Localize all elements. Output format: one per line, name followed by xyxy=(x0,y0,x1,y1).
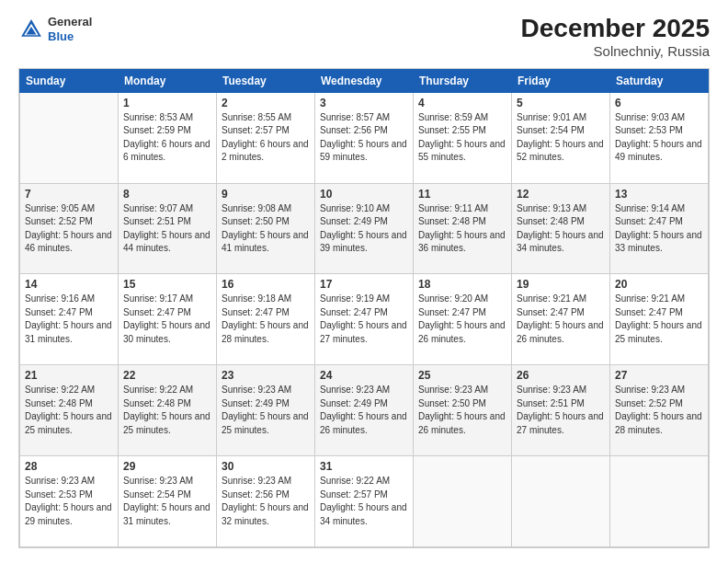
sunrise: Sunrise: 9:22 AM xyxy=(123,384,211,397)
calendar-cell: 20 Sunrise: 9:21 AM Sunset: 2:47 PM Dayl… xyxy=(610,274,709,365)
calendar-cell: 6 Sunrise: 9:03 AM Sunset: 2:53 PM Dayli… xyxy=(610,92,709,183)
calendar-cell: 19 Sunrise: 9:21 AM Sunset: 2:47 PM Dayl… xyxy=(512,274,610,365)
sunrise: Sunrise: 9:01 AM xyxy=(517,111,605,125)
daylight: Daylight: 5 hours and 34 minutes. xyxy=(517,229,605,256)
daylight: Daylight: 5 hours and 28 minutes. xyxy=(222,319,310,346)
sunrise: Sunrise: 9:23 AM xyxy=(517,384,605,397)
calendar-cell: 28 Sunrise: 9:23 AM Sunset: 2:53 PM Dayl… xyxy=(20,456,119,547)
sunset: Sunset: 2:53 PM xyxy=(615,124,703,138)
day-number: 28 xyxy=(25,460,113,473)
calendar-cell: 31 Sunrise: 9:22 AM Sunset: 2:57 PM Dayl… xyxy=(315,456,414,547)
sunset: Sunset: 2:49 PM xyxy=(222,397,310,411)
day-number: 22 xyxy=(123,369,211,382)
day-info: Sunrise: 9:23 AM Sunset: 2:50 PM Dayligh… xyxy=(418,384,506,437)
daylight: Daylight: 5 hours and 27 minutes. xyxy=(320,319,408,346)
sunrise: Sunrise: 9:07 AM xyxy=(123,202,211,216)
sunrise: Sunrise: 9:05 AM xyxy=(25,202,113,216)
sunrise: Sunrise: 9:18 AM xyxy=(222,293,310,306)
day-number: 1 xyxy=(123,97,211,109)
day-info: Sunrise: 9:23 AM Sunset: 2:56 PM Dayligh… xyxy=(222,475,310,528)
weekday-row: Sunday Monday Tuesday Wednesday Thursday… xyxy=(20,69,709,92)
sunset: Sunset: 2:47 PM xyxy=(517,306,605,320)
sunrise: Sunrise: 9:03 AM xyxy=(615,111,703,125)
daylight: Daylight: 5 hours and 26 minutes. xyxy=(418,319,506,346)
day-number: 8 xyxy=(123,188,211,201)
sunrise: Sunrise: 9:23 AM xyxy=(123,475,211,488)
sunrise: Sunrise: 9:10 AM xyxy=(320,202,408,216)
calendar-cell xyxy=(20,92,119,183)
calendar-cell: 8 Sunrise: 9:07 AM Sunset: 2:51 PM Dayli… xyxy=(119,183,217,274)
calendar-cell: 12 Sunrise: 9:13 AM Sunset: 2:48 PM Dayl… xyxy=(512,183,610,274)
day-info: Sunrise: 8:55 AM Sunset: 2:57 PM Dayligh… xyxy=(222,111,310,165)
day-info: Sunrise: 9:23 AM Sunset: 2:49 PM Dayligh… xyxy=(320,384,408,437)
sunrise: Sunrise: 9:21 AM xyxy=(517,293,605,306)
calendar-cell: 11 Sunrise: 9:11 AM Sunset: 2:48 PM Dayl… xyxy=(414,183,512,274)
daylight: Daylight: 5 hours and 31 minutes. xyxy=(25,319,113,346)
day-number: 21 xyxy=(25,369,113,382)
daylight: Daylight: 5 hours and 41 minutes. xyxy=(222,229,310,256)
daylight: Daylight: 5 hours and 25 minutes. xyxy=(25,410,113,437)
calendar-title: December 2025 xyxy=(521,15,710,43)
header-wednesday: Wednesday xyxy=(315,69,414,92)
day-info: Sunrise: 9:22 AM Sunset: 2:48 PM Dayligh… xyxy=(25,384,113,437)
day-info: Sunrise: 9:05 AM Sunset: 2:52 PM Dayligh… xyxy=(25,202,113,256)
sunset: Sunset: 2:47 PM xyxy=(615,306,703,320)
calendar-cell: 27 Sunrise: 9:23 AM Sunset: 2:52 PM Dayl… xyxy=(610,365,709,456)
sunset: Sunset: 2:55 PM xyxy=(418,124,506,138)
sunrise: Sunrise: 9:20 AM xyxy=(418,293,506,306)
day-info: Sunrise: 9:03 AM Sunset: 2:53 PM Dayligh… xyxy=(615,111,703,165)
sunset: Sunset: 2:54 PM xyxy=(517,124,605,138)
sunrise: Sunrise: 9:21 AM xyxy=(615,293,703,306)
title-block: December 2025 Solnechniy, Russia xyxy=(521,15,710,59)
calendar-cell: 4 Sunrise: 8:59 AM Sunset: 2:55 PM Dayli… xyxy=(414,92,512,183)
sunset: Sunset: 2:50 PM xyxy=(222,215,310,229)
sunrise: Sunrise: 8:55 AM xyxy=(222,111,310,125)
day-number: 12 xyxy=(517,188,605,201)
sunrise: Sunrise: 8:57 AM xyxy=(320,111,408,125)
sunset: Sunset: 2:49 PM xyxy=(320,397,408,411)
daylight: Daylight: 5 hours and 36 minutes. xyxy=(418,229,506,256)
day-number: 17 xyxy=(320,278,408,291)
calendar-cell: 18 Sunrise: 9:20 AM Sunset: 2:47 PM Dayl… xyxy=(414,274,512,365)
day-number: 23 xyxy=(222,369,310,382)
daylight: Daylight: 5 hours and 59 minutes. xyxy=(320,138,408,165)
sunset: Sunset: 2:48 PM xyxy=(418,215,506,229)
calendar-cell: 17 Sunrise: 9:19 AM Sunset: 2:47 PM Dayl… xyxy=(315,274,414,365)
calendar-cell: 9 Sunrise: 9:08 AM Sunset: 2:50 PM Dayli… xyxy=(217,183,315,274)
daylight: Daylight: 5 hours and 26 minutes. xyxy=(517,319,605,346)
calendar-cell: 15 Sunrise: 9:17 AM Sunset: 2:47 PM Dayl… xyxy=(119,274,217,365)
sunrise: Sunrise: 9:17 AM xyxy=(123,293,211,306)
day-info: Sunrise: 9:10 AM Sunset: 2:49 PM Dayligh… xyxy=(320,202,408,256)
sunset: Sunset: 2:57 PM xyxy=(320,488,408,502)
sunrise: Sunrise: 9:22 AM xyxy=(25,384,113,397)
sunset: Sunset: 2:48 PM xyxy=(517,215,605,229)
day-number: 5 xyxy=(517,97,605,109)
day-number: 29 xyxy=(123,460,211,473)
daylight: Daylight: 5 hours and 39 minutes. xyxy=(320,229,408,256)
calendar-cell: 2 Sunrise: 8:55 AM Sunset: 2:57 PM Dayli… xyxy=(217,92,315,183)
day-number: 16 xyxy=(222,278,310,291)
calendar-cell: 30 Sunrise: 9:23 AM Sunset: 2:56 PM Dayl… xyxy=(217,456,315,547)
daylight: Daylight: 6 hours and 6 minutes. xyxy=(123,138,211,165)
sunrise: Sunrise: 9:23 AM xyxy=(222,475,310,488)
calendar-cell: 22 Sunrise: 9:22 AM Sunset: 2:48 PM Dayl… xyxy=(119,365,217,456)
sunset: Sunset: 2:56 PM xyxy=(222,488,310,502)
day-number: 2 xyxy=(222,97,310,109)
logo-text: General Blue xyxy=(48,15,92,43)
daylight: Daylight: 6 hours and 2 minutes. xyxy=(222,138,310,165)
day-info: Sunrise: 9:13 AM Sunset: 2:48 PM Dayligh… xyxy=(517,202,605,256)
calendar-week-2: 14 Sunrise: 9:16 AM Sunset: 2:47 PM Dayl… xyxy=(20,274,709,365)
sunrise: Sunrise: 9:23 AM xyxy=(320,384,408,397)
sunset: Sunset: 2:50 PM xyxy=(418,397,506,411)
sunset: Sunset: 2:54 PM xyxy=(123,488,211,502)
sunset: Sunset: 2:53 PM xyxy=(25,488,113,502)
sunset: Sunset: 2:51 PM xyxy=(123,215,211,229)
calendar-cell: 10 Sunrise: 9:10 AM Sunset: 2:49 PM Dayl… xyxy=(315,183,414,274)
sunset: Sunset: 2:47 PM xyxy=(222,306,310,320)
calendar-cell: 29 Sunrise: 9:23 AM Sunset: 2:54 PM Dayl… xyxy=(119,456,217,547)
day-number: 15 xyxy=(123,278,211,291)
daylight: Daylight: 5 hours and 52 minutes. xyxy=(517,138,605,165)
sunset: Sunset: 2:48 PM xyxy=(123,397,211,411)
sunset: Sunset: 2:52 PM xyxy=(615,397,703,411)
daylight: Daylight: 5 hours and 26 minutes. xyxy=(418,410,506,437)
